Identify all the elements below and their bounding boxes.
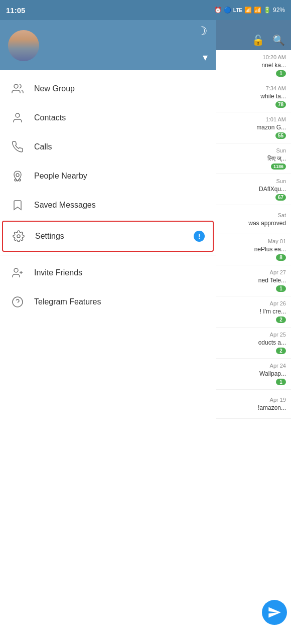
menu-label: Invite Friends — [34, 268, 206, 277]
chat-badge: 55 — [275, 132, 286, 139]
chat-item[interactable]: Sun लिए ज्... 1186 — [216, 143, 291, 174]
chat-badge: 1 — [276, 70, 286, 77]
menu-item-telegram-features[interactable]: Telegram Features — [0, 287, 216, 316]
chat-badge: 8 — [276, 254, 286, 261]
chat-preview: mazon G... — [256, 124, 286, 131]
question-icon — [10, 294, 25, 309]
chat-preview: ! I'm cre... — [260, 308, 286, 315]
menu-label: Contacts — [34, 113, 206, 122]
lock-icon[interactable]: 🔓 — [252, 34, 264, 46]
svg-point-0 — [14, 84, 18, 88]
send-icon — [267, 605, 281, 619]
chat-preview: nePlus ea... — [254, 246, 286, 253]
chat-item[interactable]: Apr 27 ned Tele... 1 — [216, 265, 291, 296]
avatar — [8, 30, 39, 61]
chat-item[interactable]: 1:01 AM mazon G... 55 — [216, 112, 291, 143]
menu-list: New Group Contacts Calls People Nearby S… — [0, 70, 216, 624]
chat-badge: 1 — [276, 285, 286, 292]
chat-badge: 1 — [276, 379, 286, 385]
wifi-icon: 📶 — [244, 7, 252, 14]
menu-label: Telegram Features — [34, 297, 206, 306]
chat-item[interactable]: Apr 26 ! I'm cre... 2 — [216, 296, 291, 328]
chat-panel: 🔓 🔍 10:20 AM nnel ka... 1 7:34 AM while … — [216, 0, 291, 644]
chat-badge: 78 — [275, 101, 286, 108]
phone-icon — [10, 139, 25, 154]
people-icon — [10, 81, 25, 96]
chat-item[interactable]: Sun DAflXqu... 67 — [216, 174, 291, 205]
alarm-icon: ⏰ — [214, 7, 222, 14]
battery-percent: 92% — [273, 7, 285, 14]
chat-time: Apr 24 — [270, 363, 286, 369]
status-icons: ⏰ 🔵 LTE 📶 📶 🔋 92% — [214, 7, 285, 14]
chat-time: May 01 — [268, 238, 286, 244]
svg-point-1 — [16, 113, 20, 117]
chat-badge: 2 — [276, 316, 286, 323]
settings-badge: ! — [194, 231, 205, 242]
menu-label: Calls — [34, 142, 206, 151]
chat-time: Sun — [276, 178, 286, 184]
battery-icon: 🔋 — [263, 7, 271, 14]
chat-preview: !amazon... — [258, 404, 286, 411]
chat-item[interactable]: Apr 19 !amazon... — [216, 390, 291, 419]
svg-point-4 — [19, 179, 21, 181]
chat-item[interactable]: May 01 nePlus ea... 8 — [216, 234, 291, 265]
chat-time: 10:20 AM — [263, 54, 286, 60]
moon-icon[interactable]: ☽ — [197, 24, 208, 38]
menu-label: Saved Messages — [34, 201, 206, 210]
menu-item-contacts[interactable]: Contacts — [0, 103, 216, 132]
chat-preview: was approved — [248, 220, 286, 227]
status-bar: 11:05 ⏰ 🔵 LTE 📶 📶 🔋 92% — [0, 0, 291, 20]
search-icon[interactable]: 🔍 — [272, 34, 285, 46]
chat-item[interactable]: 10:20 AM nnel ka... 1 — [216, 50, 291, 81]
chat-time: Apr 25 — [270, 332, 286, 338]
chat-badge: 1186 — [271, 164, 286, 170]
chat-preview: nnel ka... — [261, 62, 286, 69]
chat-item[interactable]: Apr 25 oducts a... 2 — [216, 328, 291, 359]
chat-time: Apr 19 — [270, 397, 286, 403]
person-icon — [10, 110, 25, 125]
chat-time: Apr 26 — [270, 300, 286, 306]
bluetooth-icon: 🔵 — [224, 7, 231, 14]
chat-preview: लिए ज्... — [267, 155, 286, 162]
svg-point-9 — [13, 297, 23, 307]
menu-item-settings[interactable]: Settings ! — [2, 221, 214, 252]
svg-point-3 — [15, 179, 17, 181]
signal-icon: 📶 — [254, 7, 261, 14]
chat-item[interactable]: 7:34 AM while ta... 78 — [216, 81, 291, 112]
menu-item-calls[interactable]: Calls — [0, 132, 216, 162]
menu-item-invite-friends[interactable]: Invite Friends — [0, 258, 216, 287]
menu-item-people-nearby[interactable]: People Nearby — [0, 162, 216, 191]
menu-label: Settings — [35, 232, 194, 241]
chat-time: Sun — [276, 147, 286, 153]
chat-preview: while ta... — [260, 93, 286, 100]
chat-preview: oducts a... — [258, 339, 286, 346]
chat-preview: ned Tele... — [258, 277, 286, 284]
status-time: 11:05 — [6, 6, 25, 15]
chat-time: 7:34 AM — [266, 85, 286, 91]
chat-badge: 2 — [276, 348, 286, 354]
chat-item[interactable]: Apr 24 Wallpap... 1 — [216, 359, 291, 390]
location-person-icon — [10, 169, 25, 184]
chat-badge: 67 — [275, 194, 286, 201]
chat-preview: DAflXqu... — [259, 186, 286, 193]
lte-icon: LTE — [233, 8, 242, 13]
menu-label: People Nearby — [34, 172, 206, 181]
svg-point-2 — [16, 174, 19, 177]
chat-list: 10:20 AM nnel ka... 1 7:34 AM while ta..… — [216, 50, 291, 419]
left-drawer: ☽ ▾ New Group Contacts Calls People Near… — [0, 0, 216, 644]
chevron-down-icon[interactable]: ▾ — [203, 51, 208, 63]
gear-icon — [11, 229, 26, 244]
fab-button[interactable] — [262, 600, 287, 625]
menu-label: New Group — [34, 84, 206, 93]
chat-preview: Wallpap... — [259, 370, 286, 377]
menu-item-new-group[interactable]: New Group — [0, 74, 216, 103]
menu-item-saved-messages[interactable]: Saved Messages — [0, 191, 216, 220]
chat-time: Apr 27 — [270, 269, 286, 275]
svg-point-5 — [17, 235, 20, 238]
svg-point-6 — [14, 268, 18, 272]
chat-item[interactable]: Sat was approved — [216, 205, 291, 234]
bookmark-icon — [10, 198, 25, 213]
chat-time: Sat — [277, 212, 286, 218]
chat-time: 1:01 AM — [266, 116, 286, 122]
person-add-icon — [10, 265, 25, 280]
